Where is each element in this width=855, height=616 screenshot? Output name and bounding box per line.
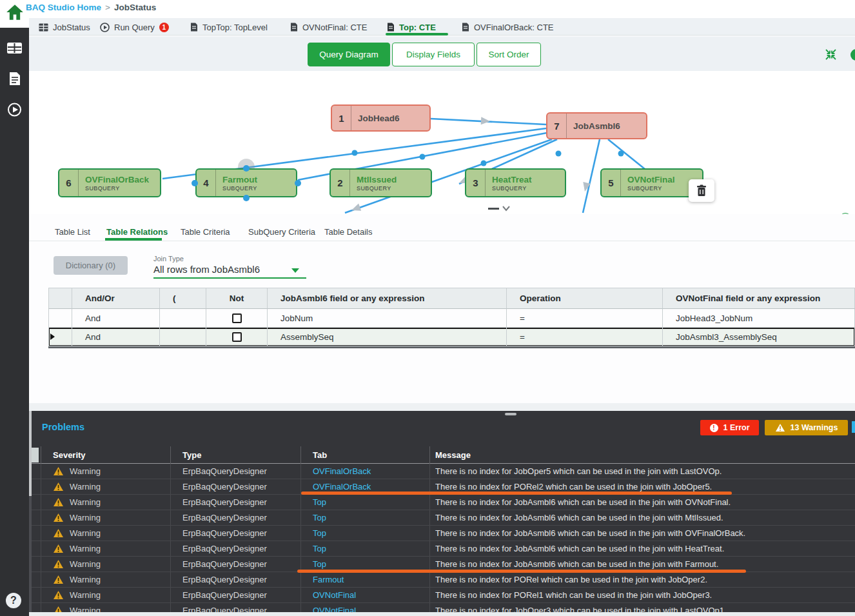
- cell-paren[interactable]: [160, 328, 206, 346]
- problems-header-row: Severity Type Tab Message: [29, 446, 855, 464]
- chevron-down-icon[interactable]: [502, 205, 511, 212]
- severity-label: Warning: [70, 466, 101, 476]
- cell-type: ErpBaqQueryDesigner: [171, 588, 301, 602]
- problem-row[interactable]: Warning ErpBaqQueryDesigner Top There is…: [29, 541, 855, 557]
- node-mtlissued[interactable]: 2 MtlIssued SUBQUERY: [329, 168, 432, 197]
- cell-left-field[interactable]: AssemblySeq: [268, 328, 507, 346]
- not-checkbox[interactable]: [232, 332, 242, 342]
- breadcrumb-home-link[interactable]: BAQ Studio Home: [26, 3, 101, 12]
- problem-row[interactable]: Warning ErpBaqQueryDesigner OVFinalOrBac…: [29, 464, 855, 479]
- node-farmout-selected[interactable]: 4 Farmout SUBQUERY: [195, 168, 297, 197]
- cell-tab-link[interactable]: OVNotFinal: [301, 588, 430, 602]
- cell-operation[interactable]: =: [507, 328, 663, 346]
- header-operation: Operation: [507, 288, 663, 309]
- node-handle-left[interactable]: [192, 180, 198, 186]
- node-ovnotfinal[interactable]: 5 OVNotFinal SUBQUERY: [600, 168, 703, 197]
- tab-table-relations[interactable]: Table Relations: [106, 227, 168, 237]
- annotation-underline-1: [301, 492, 732, 495]
- active-tab-underline: [386, 33, 448, 35]
- tab-table-criteria[interactable]: Table Criteria: [181, 227, 230, 237]
- sort-order-button[interactable]: Sort Order: [477, 43, 541, 66]
- help-icon[interactable]: ?: [6, 593, 21, 608]
- panel-splitter[interactable]: [29, 403, 855, 411]
- relations-rows: And JobNum = JobHead3_JobNum And Assembl…: [48, 309, 855, 346]
- tab-top-cte-active[interactable]: Top: CTE: [387, 21, 436, 34]
- display-fields-button[interactable]: Display Fields: [392, 43, 475, 66]
- cell-tab-link[interactable]: OVFinalOrBack: [301, 464, 430, 479]
- header-type: Type: [171, 446, 301, 464]
- tab-label: OVNotFinal: CTE: [302, 23, 367, 32]
- warning-triangle-icon: [53, 466, 64, 476]
- warning-count-label: 13 Warnings: [791, 423, 838, 432]
- node-handle-top[interactable]: [243, 165, 250, 172]
- cell-message: There is no index for JobAsmbl6 which ca…: [430, 495, 855, 510]
- trash-icon: [696, 184, 707, 197]
- problem-row[interactable]: Warning ErpBaqQueryDesigner Farmout Ther…: [29, 572, 855, 588]
- join-type-select[interactable]: All rows from JobAsmbl6: [153, 264, 260, 275]
- tab-toptop-toplevel[interactable]: TopTop: TopLevel: [190, 21, 268, 34]
- run-query-error-badge: 1: [159, 23, 169, 32]
- cell-severity: Warning: [41, 479, 171, 494]
- warning-triangle-icon: [53, 544, 64, 553]
- query-diagram-button[interactable]: Query Diagram: [308, 43, 390, 66]
- cell-tab-link[interactable]: Top: [301, 526, 430, 541]
- cell-tab-link[interactable]: Top: [301, 541, 430, 556]
- tab-subquery-criteria[interactable]: SubQuery Criteria: [248, 227, 315, 237]
- cell-left-field[interactable]: JobNum: [268, 309, 507, 328]
- table-grid-icon[interactable]: [7, 41, 22, 55]
- row-selector[interactable]: [48, 309, 72, 328]
- severity-label: Warning: [70, 575, 101, 584]
- cell-severity: Warning: [41, 557, 171, 571]
- home-icon[interactable]: [6, 4, 24, 21]
- cell-tab-link[interactable]: Farmout: [301, 572, 430, 587]
- problem-row[interactable]: Warning ErpBaqQueryDesigner Top There is…: [29, 526, 855, 541]
- problem-row[interactable]: Warning ErpBaqQueryDesigner Top There is…: [29, 510, 855, 526]
- view-switch: Query Diagram Display Fields Sort Order: [308, 43, 541, 66]
- cell-operation[interactable]: =: [507, 309, 663, 328]
- tab-jobstatus[interactable]: JobStatus: [39, 21, 90, 34]
- tab-table-list[interactable]: Table List: [55, 227, 90, 237]
- tab-ovnotfinal-cte[interactable]: OVNotFinal: CTE: [290, 21, 367, 34]
- cell-right-field[interactable]: JobHead3_JobNum: [663, 309, 855, 328]
- warning-triangle-icon: [775, 423, 785, 432]
- not-checkbox[interactable]: [232, 313, 242, 323]
- cell-type: ErpBaqQueryDesigner: [171, 495, 301, 510]
- tab-label: Top: CTE: [399, 23, 436, 32]
- problems-scrollbar-thumb[interactable]: [29, 411, 32, 496]
- fit-to-screen-icon[interactable]: [825, 48, 837, 61]
- diagram-collapse-handle[interactable]: [488, 208, 499, 210]
- cell-paren[interactable]: [160, 309, 206, 328]
- relation-row[interactable]: And JobNum = JobHead3_JobNum: [48, 309, 855, 328]
- node-heattreat[interactable]: 3 HeatTreat SUBQUERY: [465, 168, 566, 197]
- tab-table-details[interactable]: Table Details: [324, 227, 372, 237]
- row-selector[interactable]: [48, 328, 72, 346]
- error-count-button[interactable]: ! 1 Error: [700, 420, 759, 435]
- relation-row[interactable]: And AssemblySeq = JobAsmbl3_AssemblySeq: [48, 328, 855, 346]
- tab-run-query[interactable]: Run Query 1: [100, 21, 169, 34]
- delete-node-button[interactable]: [689, 179, 714, 202]
- node-handle-bottom[interactable]: [243, 195, 250, 201]
- relations-grid: And/Or ( Not JobAsmbl6 field or any expr…: [48, 288, 855, 346]
- cell-andor[interactable]: And: [72, 328, 160, 346]
- tab-ovfinalorback-cte[interactable]: OVFinalOrBack: CTE: [462, 21, 554, 34]
- cell-tab-link[interactable]: Top: [301, 510, 430, 525]
- node-number: 2: [331, 170, 350, 196]
- node-jobhead6[interactable]: 1 JobHead6: [331, 104, 431, 132]
- node-ovfinalorback[interactable]: 6 OVFinalOrBack SUBQUERY: [58, 168, 161, 197]
- node-jobasmbl6[interactable]: 7 JobAsmbl6: [546, 112, 647, 139]
- cell-andor[interactable]: And: [72, 309, 160, 328]
- play-circle-icon[interactable]: [7, 103, 22, 117]
- problem-row[interactable]: Warning ErpBaqQueryDesigner Top There is…: [29, 495, 855, 510]
- cell-tab-link[interactable]: Top: [301, 495, 430, 510]
- dropdown-caret-icon[interactable]: [291, 268, 299, 273]
- dictionary-button[interactable]: Dictionary (0): [54, 256, 128, 275]
- table-icon: [39, 23, 48, 32]
- cell-right-field[interactable]: JobAsmbl3_AssemblySeq: [663, 328, 855, 346]
- document-icon[interactable]: [7, 72, 22, 86]
- problems-resize-handle[interactable]: [505, 413, 516, 415]
- problem-row[interactable]: Warning ErpBaqQueryDesigner OVNotFinal T…: [29, 588, 855, 603]
- info-badge-partial: [852, 421, 855, 433]
- node-handle-right[interactable]: [295, 180, 301, 186]
- warning-count-button[interactable]: 13 Warnings: [765, 420, 848, 435]
- problems-title: Problems: [42, 422, 84, 432]
